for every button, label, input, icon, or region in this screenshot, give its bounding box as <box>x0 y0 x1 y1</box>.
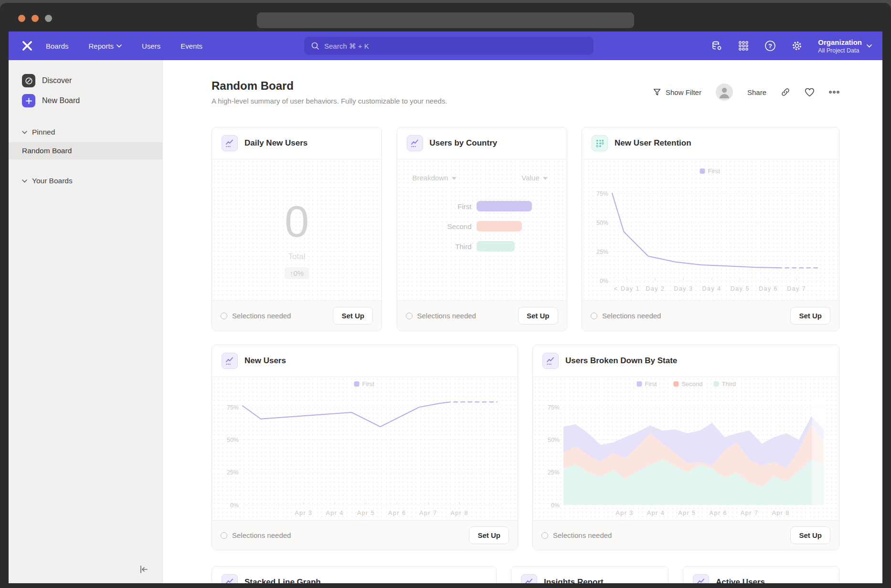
empty-radio-icon <box>591 313 597 319</box>
organization-switcher[interactable]: Organization All Project Data <box>818 38 872 54</box>
svg-text:Apr 5: Apr 5 <box>678 510 696 516</box>
bar-row: Second <box>397 221 567 231</box>
favorite-heart-icon[interactable] <box>805 88 815 97</box>
line-chart-icon <box>693 574 709 583</box>
top-navigation: Boards Reports Users Events <box>9 32 882 60</box>
new-users-line-chart: 0%25%50%75%Apr 3Apr 4Apr 5Apr 6Apr 7Apr … <box>221 377 509 520</box>
svg-text:Day 3: Day 3 <box>674 285 693 292</box>
search-icon <box>311 42 319 50</box>
bar <box>477 201 532 211</box>
chevron-down-icon <box>22 179 27 183</box>
retention-line-chart: 0%25%50%75%< Day 1Day 2Day 3Day 4Day 5Da… <box>590 164 831 296</box>
svg-text:25%: 25% <box>227 469 239 476</box>
svg-text:75%: 75% <box>596 190 608 197</box>
sidebar-item-label: New Board <box>42 96 80 105</box>
data-management-icon[interactable] <box>711 40 722 52</box>
svg-text:Day 7: Day 7 <box>787 285 806 292</box>
nav-item-events[interactable]: Events <box>180 42 202 50</box>
card-title: Users Broken Down By State <box>565 356 677 366</box>
chevron-down-icon <box>22 131 27 134</box>
svg-text:0%: 0% <box>230 502 239 509</box>
help-icon[interactable]: ? <box>764 40 776 52</box>
nav-menu: Boards Reports Users Events <box>46 42 202 50</box>
line-chart-icon <box>222 353 238 369</box>
svg-text:First: First <box>645 380 657 388</box>
svg-text:Day 5: Day 5 <box>731 285 750 292</box>
chevron-down-icon <box>117 44 122 48</box>
svg-text:< Day 1: < Day 1 <box>614 285 640 292</box>
line-chart-icon <box>222 574 238 583</box>
address-bar[interactable] <box>257 12 634 28</box>
nav-item-boards[interactable]: Boards <box>46 42 69 50</box>
copy-link-icon[interactable] <box>781 87 790 97</box>
browser-window: Boards Reports Users Events <box>0 3 891 588</box>
svg-text:Apr 3: Apr 3 <box>615 510 633 516</box>
breakdown-dropdown[interactable]: Breakdown <box>413 174 456 182</box>
set-up-button[interactable]: Set Up <box>790 526 830 544</box>
bar-label: Third <box>397 242 477 251</box>
avatar[interactable] <box>716 84 733 101</box>
nav-item-users[interactable]: Users <box>142 42 160 50</box>
sidebar-section-pinned[interactable]: Pinned <box>9 124 162 140</box>
sidebar-item-discover[interactable]: Discover <box>9 71 162 91</box>
chevron-down-icon <box>867 44 872 48</box>
card-stacked-line-graph: Stacked Line Graph <box>212 566 497 583</box>
sidebar-item-label: Random Board <box>22 147 72 155</box>
empty-radio-icon <box>221 313 227 319</box>
collapse-sidebar-icon[interactable] <box>138 563 150 576</box>
empty-radio-icon <box>541 532 548 539</box>
svg-text:Apr 8: Apr 8 <box>772 510 789 516</box>
card-users-by-state: Users Broken Down By State 0%25%50%75%Ap… <box>532 345 839 550</box>
sidebar-section-label: Your Boards <box>32 177 73 185</box>
set-up-button[interactable]: Set Up <box>469 526 509 544</box>
value-dropdown[interactable]: Value <box>521 174 547 182</box>
window-zoom-button[interactable] <box>45 15 52 22</box>
svg-text:Apr 6: Apr 6 <box>710 510 727 516</box>
svg-text:Apr 7: Apr 7 <box>419 510 437 516</box>
show-filter-button[interactable]: Show Filter <box>653 88 701 96</box>
nav-right-controls: ? Organization All Project Data <box>711 32 872 60</box>
window-minimize-button[interactable] <box>32 15 39 22</box>
status-selections-needed: Selections needed <box>221 312 291 320</box>
svg-text:Day 4: Day 4 <box>702 285 721 292</box>
more-options-icon[interactable] <box>829 91 839 94</box>
bar-row: Third <box>397 241 567 252</box>
global-search[interactable] <box>304 37 594 55</box>
settings-gear-icon[interactable] <box>791 40 803 52</box>
svg-text:Apr 7: Apr 7 <box>741 510 758 516</box>
apps-grid-icon[interactable] <box>738 40 749 52</box>
sidebar-section-label: Pinned <box>32 128 55 136</box>
sidebar-section-your-boards[interactable]: Your Boards <box>9 173 162 189</box>
svg-text:50%: 50% <box>227 437 239 443</box>
empty-radio-icon <box>406 313 413 319</box>
window-close-button[interactable] <box>18 15 25 22</box>
nav-item-reports[interactable]: Reports <box>89 42 122 50</box>
svg-text:Day 6: Day 6 <box>759 285 778 292</box>
svg-text:First: First <box>708 168 721 175</box>
card-title: Active Users <box>716 578 765 583</box>
mixpanel-logo-icon[interactable] <box>21 40 33 52</box>
plus-icon <box>22 94 35 107</box>
card-title: Insights Report <box>544 578 604 583</box>
svg-text:Apr 6: Apr 6 <box>388 510 406 516</box>
metric-delta-badge: ↑0% <box>285 267 309 279</box>
stacked-area-chart: 0%25%50%75%Apr 3Apr 4Apr 5Apr 6Apr 7Apr … <box>541 377 830 520</box>
sidebar-item-label: Discover <box>42 76 72 85</box>
svg-text:25%: 25% <box>596 249 608 255</box>
page-title: Random Board <box>212 79 447 93</box>
card-title: New Users <box>244 356 286 366</box>
set-up-button[interactable]: Set Up <box>790 307 830 325</box>
svg-text:First: First <box>362 380 375 388</box>
sidebar-item-new-board[interactable]: New Board <box>9 91 162 111</box>
bar-row: First <box>397 201 567 211</box>
search-input[interactable] <box>324 42 587 50</box>
set-up-button[interactable]: Set Up <box>518 307 558 325</box>
card-new-user-retention: New User Retention 0%25%50%75%< Day 1Day… <box>582 127 839 331</box>
svg-text:0%: 0% <box>551 502 560 509</box>
sidebar-item-random-board[interactable]: Random Board <box>9 142 162 159</box>
status-selections-needed: Selections needed <box>591 312 661 320</box>
set-up-button[interactable]: Set Up <box>333 307 373 325</box>
svg-text:25%: 25% <box>548 469 560 476</box>
country-bars: FirstSecondThird <box>397 201 567 252</box>
share-button[interactable]: Share <box>747 88 766 96</box>
